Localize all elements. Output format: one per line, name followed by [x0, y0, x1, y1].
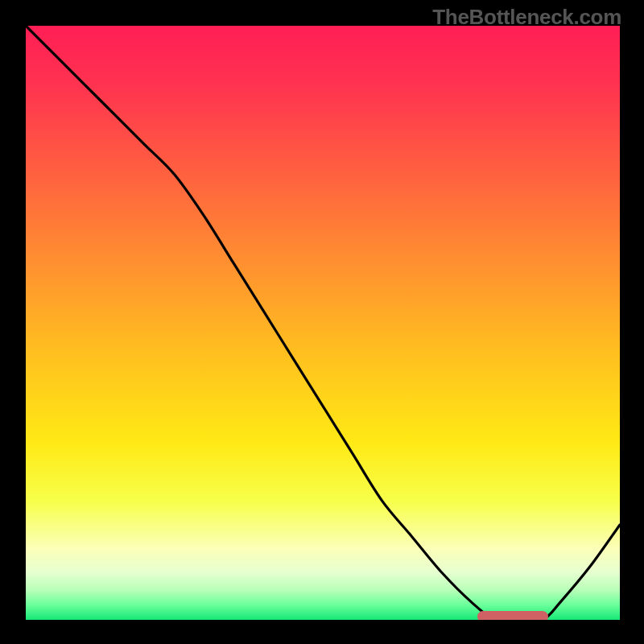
svg-rect-0	[26, 26, 620, 620]
plot-area	[26, 26, 620, 620]
background-gradient	[26, 26, 620, 620]
optimal-range-marker	[477, 611, 549, 620]
chart-canvas: TheBottleneck.com	[0, 0, 644, 644]
